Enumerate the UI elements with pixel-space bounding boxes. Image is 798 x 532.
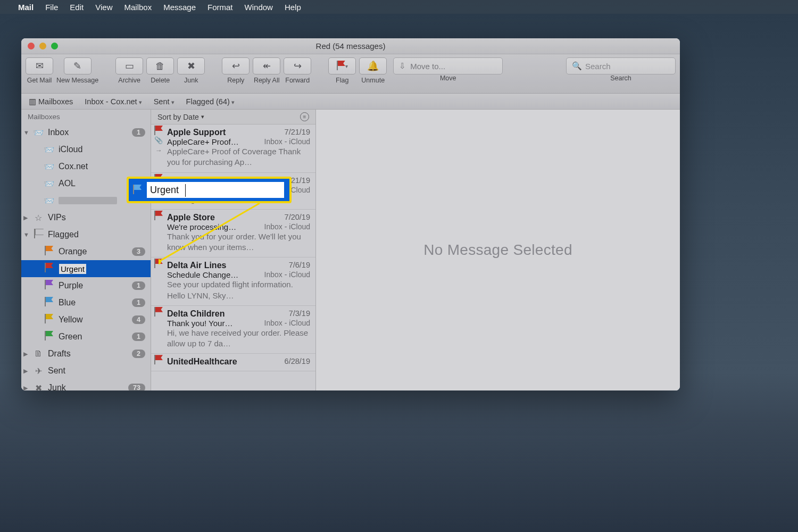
fav-flagged[interactable]: Flagged (64) xyxy=(186,97,235,106)
menu-view[interactable]: View xyxy=(95,3,112,12)
badge: 4 xyxy=(132,315,145,324)
reading-pane: No Message Selected xyxy=(316,110,680,390)
fav-sent[interactable]: Sent xyxy=(154,97,174,106)
preview: Thank you for your order. We'll let you … xyxy=(167,231,310,253)
sidebar-flag-urgent[interactable]: Urgent xyxy=(21,260,151,277)
get-mail-button[interactable]: ✉︎Get Mail xyxy=(26,57,53,84)
menu-file[interactable]: File xyxy=(45,3,58,12)
menu-app[interactable]: Mail xyxy=(18,3,34,12)
archive-button[interactable]: ▭Archive xyxy=(115,57,143,84)
titlebar[interactable]: Red (54 messages) xyxy=(21,38,680,54)
mailbox-icon: 📨 xyxy=(44,179,54,189)
delete-button[interactable]: 🗑Delete xyxy=(146,57,174,84)
flag-label: Blue xyxy=(59,298,76,307)
menu-message[interactable]: Message xyxy=(163,3,196,12)
forward-button[interactable]: ↪Forward xyxy=(284,57,311,84)
subject: We're processing… xyxy=(167,222,236,231)
flag-icon xyxy=(133,187,142,193)
sidebar-account-cox[interactable]: 📨Cox.net xyxy=(21,158,151,175)
sent-icon: ✈︎ xyxy=(33,366,44,376)
message-row[interactable]: Apple Store7/20/19We're processing…Inbox… xyxy=(151,210,315,258)
sidebar-vips[interactable]: ▶☆VIPs xyxy=(21,209,151,226)
badge: 1 xyxy=(132,332,145,341)
sidebar-flag-yellow[interactable]: Yellow4 xyxy=(21,311,151,328)
message-row[interactable]: 📎→Apple Support7/21/19AppleCare+ Proof…I… xyxy=(151,124,315,173)
badge: 1 xyxy=(132,298,145,307)
badge: 1 xyxy=(132,281,145,290)
mailbox-icon: 📨 xyxy=(44,162,54,172)
sidebar: Mailboxes ▼📨 Inbox1 📨iCloud 📨Cox.net 📨AO… xyxy=(21,110,151,390)
subject: Thank you! Your… xyxy=(167,319,232,328)
message-row[interactable]: Delta Air Lines7/6/19Schedule Change…Inb… xyxy=(151,257,315,306)
search-button[interactable]: 🔍Search Search xyxy=(566,57,676,82)
zoom-button[interactable] xyxy=(51,43,58,49)
forward-icon: ↪ xyxy=(294,60,302,72)
flag-icon xyxy=(45,248,53,254)
moveto-icon: ⇩ xyxy=(399,61,406,71)
flag-icon xyxy=(45,265,53,271)
flag-label: Purple xyxy=(59,281,83,290)
fav-mailboxes[interactable]: ▥ Mailboxes xyxy=(29,97,73,106)
sidebar-flagged[interactable]: ▼Flagged xyxy=(21,226,151,243)
toolbar: ✉︎Get Mail ✎New Message ▭Archive 🗑Delete… xyxy=(21,54,680,94)
location: iCloud xyxy=(289,186,310,194)
attachment-icon: 📎 xyxy=(154,136,163,144)
menu-edit[interactable]: Edit xyxy=(70,3,84,12)
reply-icon: ↩ xyxy=(232,60,240,72)
location: Inbox - iCloud xyxy=(264,222,310,231)
junk-icon: ✖︎ xyxy=(187,60,195,72)
flag-icon xyxy=(154,261,163,267)
flag-label: Yellow xyxy=(59,315,83,325)
menu-format[interactable]: Format xyxy=(207,3,233,12)
sidebar-inbox[interactable]: ▼📨 Inbox1 xyxy=(21,124,151,141)
reply-all-icon: ↞ xyxy=(263,60,271,72)
sidebar-flag-orange[interactable]: Orange3 xyxy=(21,243,151,260)
menu-mailbox[interactable]: Mailbox xyxy=(124,3,152,12)
menu-help[interactable]: Help xyxy=(285,3,301,12)
junk-button[interactable]: ✖︎Junk xyxy=(177,57,205,84)
reply-all-button[interactable]: ↞Reply All xyxy=(253,57,280,84)
menu-window[interactable]: Window xyxy=(245,3,273,12)
date: 7/21/19 xyxy=(285,128,310,137)
badge: 3 xyxy=(132,247,145,256)
new-message-button[interactable]: ✎New Message xyxy=(56,57,98,84)
sort-bar[interactable]: Sort by Date▾ ≡ xyxy=(151,110,315,124)
flag-icon xyxy=(45,316,53,322)
from: Delta Children xyxy=(167,309,225,319)
reply-button[interactable]: ↩Reply xyxy=(222,57,250,84)
sidebar-flag-green[interactable]: Green1 xyxy=(21,328,151,345)
message-row[interactable]: Delta Children7/3/19Thank you! Your…Inbo… xyxy=(151,306,315,354)
flag-icon xyxy=(45,282,53,288)
date: 6/28/19 xyxy=(285,357,310,367)
filter-icon[interactable]: ≡ xyxy=(300,112,309,121)
unmute-button[interactable]: 🔔Unmute xyxy=(359,57,387,84)
message-row[interactable]: UnitedHealthcare6/28/19 xyxy=(151,354,315,371)
flag-icon xyxy=(154,128,163,134)
sidebar-sent[interactable]: ▶✈︎Sent xyxy=(21,362,151,379)
sidebar-account-icloud[interactable]: 📨iCloud xyxy=(21,141,151,158)
from: Apple Store xyxy=(167,213,215,222)
flag-icon xyxy=(154,309,163,315)
minimize-button[interactable] xyxy=(39,43,46,49)
sidebar-flag-purple[interactable]: Purple1 xyxy=(21,277,151,294)
archive-icon: ▭ xyxy=(125,60,134,72)
move-button[interactable]: ⇩Move to... Move xyxy=(393,57,503,82)
sidebar-drafts[interactable]: ▶🗎Drafts2 xyxy=(21,345,151,362)
preview: See your updated flight information. Hel… xyxy=(167,279,310,301)
sidebar-junk[interactable]: ▶✖︎Junk73 xyxy=(21,379,151,390)
close-button[interactable] xyxy=(28,43,35,49)
date: 7/20/19 xyxy=(285,213,310,222)
date: 7/6/19 xyxy=(289,261,310,270)
flag-label: Orange xyxy=(59,247,87,256)
compose-icon: ✎ xyxy=(73,60,81,72)
rename-input[interactable]: Urgent xyxy=(146,181,285,199)
empty-state-text: No Message Selected xyxy=(423,242,572,259)
flag-button[interactable]: ▾Flag xyxy=(328,57,356,84)
flag-rename-input[interactable]: Urgent xyxy=(59,263,87,275)
sidebar-flag-blue[interactable]: Blue1 xyxy=(21,294,151,311)
envelope-icon: ✉︎ xyxy=(36,60,44,72)
mail-window: Red (54 messages) ✉︎Get Mail ✎New Messag… xyxy=(21,38,680,390)
menubar[interactable]: Mail File Edit View Mailbox Message Form… xyxy=(0,0,798,14)
flag-icon xyxy=(154,213,163,219)
fav-inbox[interactable]: Inbox - Cox.net xyxy=(85,97,142,106)
